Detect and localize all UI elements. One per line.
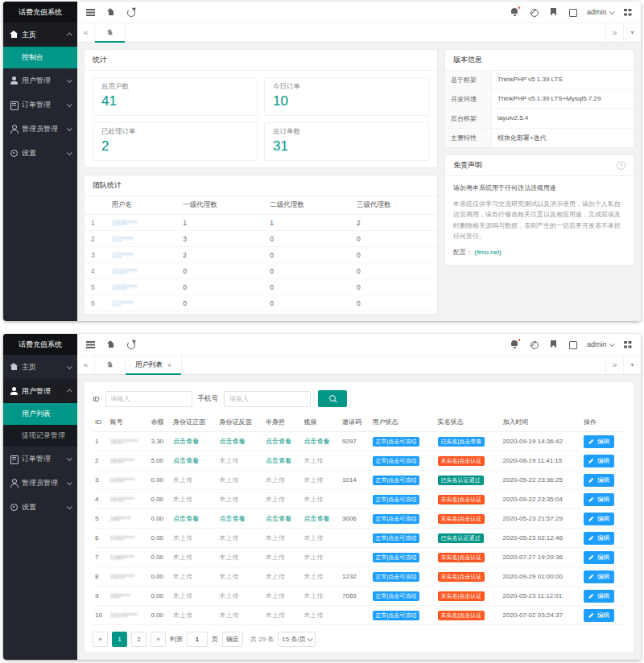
menu-toggle-icon[interactable] (85, 7, 96, 18)
view-file-link[interactable]: 点击查看 (173, 457, 199, 464)
close-icon[interactable] (167, 361, 171, 369)
view-file-link[interactable]: 点击查看 (266, 457, 291, 464)
tabs-scroll-left-icon[interactable] (77, 23, 95, 42)
page-button-2[interactable]: 2 (131, 632, 147, 647)
theme-icon[interactable] (548, 7, 559, 18)
page-prev-button[interactable]: « (93, 632, 108, 647)
home-icon[interactable] (105, 7, 116, 18)
menu-toggle-icon[interactable] (85, 340, 96, 350)
search-button[interactable] (318, 390, 347, 407)
realname-badge[interactable]: 未实名|点击认证 (438, 514, 485, 524)
status-badge[interactable]: 正常|点击可冻结 (373, 456, 420, 466)
realname-badge[interactable]: 已实名认证通过 (438, 476, 484, 485)
disclaimer-link[interactable]: (itmo.net) (474, 249, 502, 256)
status-badge[interactable]: 正常|点击可冻结 (373, 514, 420, 524)
edit-button[interactable]: 编辑 (584, 609, 614, 622)
chevron-up-icon (67, 33, 72, 38)
home-icon[interactable] (105, 340, 116, 350)
realname-badge[interactable]: 未实名|点击认证 (438, 553, 485, 562)
refresh-icon[interactable] (126, 340, 136, 350)
realname-badge[interactable]: 未实名|点击认证 (438, 611, 485, 620)
masked-username[interactable]: 1515**** (111, 267, 137, 275)
tab-1[interactable] (95, 23, 126, 42)
status-badge[interactable]: 正常|点击可冻结 (373, 533, 420, 543)
sidebar-item-4[interactable]: 管理员管理 (3, 471, 77, 495)
id-input[interactable] (105, 391, 192, 407)
edit-button[interactable]: 编辑 (584, 493, 614, 506)
sidebar-item-5[interactable]: 设置 (3, 141, 77, 165)
masked-username[interactable]: 1505**** (111, 283, 137, 291)
status-badge[interactable]: 正常|点击可冻结 (373, 611, 420, 620)
refresh-icon[interactable] (126, 7, 136, 18)
status-badge[interactable]: 正常|点击可冻结 (373, 495, 420, 504)
view-file-link[interactable]: 点击查看 (266, 515, 291, 522)
clear-cache-icon[interactable] (529, 7, 539, 18)
jump-confirm-button[interactable]: 确定 (222, 632, 243, 647)
masked-username[interactable]: 1505**** (111, 219, 137, 227)
sidebar-item-2[interactable]: 用户管理 (3, 379, 77, 403)
sidebar-subitem-2[interactable]: 提现记录管理 (3, 425, 77, 447)
masked-username[interactable]: 137**** (111, 299, 133, 307)
edit-button[interactable]: 编辑 (584, 474, 614, 487)
view-file-link[interactable]: 点击查看 (220, 515, 246, 522)
tabs-scroll-right-icon[interactable] (605, 356, 623, 374)
sidebar-subitem-1[interactable]: 用户列表 (3, 403, 77, 425)
clear-cache-icon[interactable] (529, 340, 539, 350)
view-file-link[interactable]: 点击查看 (173, 515, 199, 522)
status-badge[interactable]: 正常|点击可冻结 (373, 591, 420, 601)
sidebar-subitem-1[interactable]: 控制台 (3, 47, 77, 68)
theme-icon[interactable] (548, 340, 559, 350)
realname-badge[interactable]: 未实名|点击认证 (438, 495, 485, 504)
view-file-link[interactable]: 点击查看 (266, 438, 291, 445)
tabs-scroll-left-icon[interactable] (77, 356, 95, 374)
layout-icon[interactable] (622, 7, 633, 18)
sidebar-item-5[interactable]: 设置 (3, 495, 77, 519)
phone-input[interactable] (224, 391, 311, 407)
per-page-select[interactable]: 15 条/页 (278, 632, 316, 647)
sidebar-item-3[interactable]: 订单管理 (3, 447, 77, 471)
edit-button[interactable]: 编辑 (584, 570, 614, 583)
edit-button[interactable]: 编辑 (584, 513, 614, 525)
realname-badge[interactable]: 已实名认证通过 (438, 533, 484, 543)
view-file-link[interactable]: 点击查看 (173, 438, 199, 445)
view-file-link[interactable]: 点击查看 (304, 515, 330, 522)
edit-button[interactable]: 编辑 (584, 435, 614, 448)
status-badge[interactable]: 正常|点击可冻结 (373, 476, 420, 485)
edit-button[interactable]: 编辑 (584, 590, 614, 603)
masked-username[interactable]: 131**** (111, 235, 133, 243)
status-badge[interactable]: 正常|点击可冻结 (373, 572, 420, 582)
masked-username[interactable]: 132**** (111, 251, 133, 259)
sidebar-item-2[interactable]: 用户管理 (3, 68, 77, 93)
sidebar-item-4[interactable]: 管理员管理 (3, 117, 77, 141)
status-badge[interactable]: 正常|点击可冻结 (373, 553, 420, 562)
admin-dropdown[interactable]: admin (587, 8, 613, 16)
tabs-scroll-right-icon[interactable] (605, 23, 623, 42)
realname-badge[interactable]: 未实名|点击认证 (438, 572, 485, 582)
sidebar-item-1[interactable]: 主页 (3, 23, 77, 47)
layout-icon[interactable] (622, 340, 633, 350)
view-file-link[interactable]: 点击查看 (220, 438, 246, 445)
realname-badge[interactable]: 已实名|点击查看 (438, 437, 485, 447)
notifications-icon[interactable] (510, 7, 520, 18)
fullscreen-icon[interactable] (568, 7, 578, 18)
edit-button[interactable]: 编辑 (584, 455, 614, 467)
tabs-menu-icon[interactable] (623, 23, 641, 42)
page-next-button[interactable]: » (151, 632, 166, 647)
realname-badge[interactable]: 未实名|点击认证 (438, 456, 485, 466)
admin-dropdown[interactable]: admin (587, 340, 613, 348)
view-file-link[interactable]: 点击查看 (304, 438, 330, 445)
tabs-menu-icon[interactable] (623, 356, 641, 374)
tab-1[interactable] (95, 356, 126, 374)
notifications-icon[interactable] (510, 340, 520, 350)
edit-button[interactable]: 编辑 (584, 532, 614, 545)
edit-button[interactable]: 编辑 (584, 551, 614, 564)
jump-input[interactable] (187, 632, 208, 647)
realname-badge[interactable]: 未实名|点击认证 (438, 591, 485, 601)
help-icon[interactable] (617, 161, 625, 170)
sidebar-item-1[interactable]: 主页 (3, 355, 77, 379)
sidebar-item-3[interactable]: 订单管理 (3, 93, 77, 117)
status-badge[interactable]: 正常|点击可冻结 (373, 437, 420, 447)
page-button-1[interactable]: 1 (112, 632, 127, 647)
tab-2[interactable]: 用户列表 (126, 356, 182, 374)
fullscreen-icon[interactable] (568, 340, 578, 350)
